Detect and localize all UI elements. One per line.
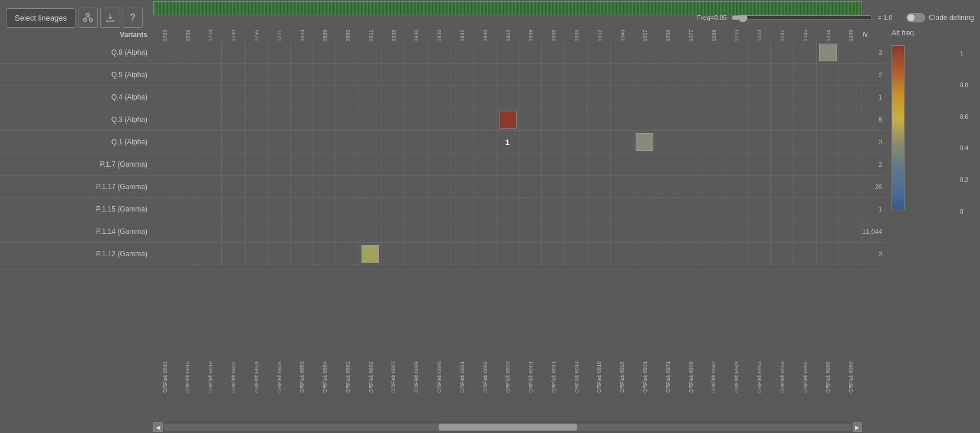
data-cell-2-3[interactable] [222, 86, 245, 108]
data-cell-4-3[interactable] [222, 131, 245, 153]
data-cell-2-27[interactable] [771, 86, 794, 108]
data-cell-4-21[interactable] [633, 131, 656, 153]
data-cell-4-0[interactable] [153, 131, 176, 153]
data-cell-4-9[interactable] [359, 131, 382, 153]
data-cell-6-8[interactable] [336, 176, 359, 197]
data-cell-4-2[interactable] [199, 131, 222, 153]
data-cell-5-19[interactable] [588, 153, 611, 175]
data-cell-1-13[interactable] [450, 64, 473, 85]
data-cell-8-4[interactable] [245, 220, 268, 242]
data-cell-8-1[interactable] [176, 220, 199, 242]
data-cell-5-21[interactable] [633, 153, 656, 175]
data-cell-6-12[interactable] [427, 176, 450, 197]
data-cell-0-1[interactable] [176, 41, 199, 63]
data-cell-0-5[interactable] [268, 41, 291, 63]
data-cell-1-25[interactable] [725, 64, 748, 85]
data-cell-5-14[interactable] [473, 153, 496, 175]
data-cell-9-26[interactable] [748, 243, 771, 265]
data-cell-1-3[interactable] [222, 64, 245, 85]
data-cell-7-27[interactable] [771, 198, 794, 220]
data-cell-5-29[interactable] [817, 153, 840, 175]
data-cell-7-19[interactable] [588, 198, 611, 220]
data-cell-0-0[interactable] [153, 41, 176, 63]
data-cell-8-19[interactable] [588, 220, 611, 242]
data-cell-1-20[interactable] [611, 64, 634, 85]
data-cell-4-16[interactable] [519, 131, 542, 153]
data-cell-9-21[interactable] [633, 243, 656, 265]
data-cell-4-18[interactable] [565, 131, 588, 153]
data-cell-0-17[interactable] [542, 41, 565, 63]
data-cell-0-21[interactable] [633, 41, 656, 63]
data-cell-9-18[interactable] [565, 243, 588, 265]
data-cell-0-11[interactable] [405, 41, 428, 63]
data-cell-6-20[interactable] [611, 176, 634, 197]
data-cell-9-1[interactable] [176, 243, 199, 265]
data-cell-0-4[interactable] [245, 41, 268, 63]
data-cell-3-17[interactable] [542, 108, 565, 130]
data-cell-8-14[interactable] [473, 220, 496, 242]
data-cell-6-14[interactable] [473, 176, 496, 197]
data-cell-3-2[interactable] [199, 108, 222, 130]
data-cell-0-20[interactable] [611, 41, 634, 63]
data-cell-2-9[interactable] [359, 86, 382, 108]
data-cell-6-2[interactable] [199, 176, 222, 197]
data-cell-9-24[interactable] [702, 243, 725, 265]
data-cell-0-8[interactable] [336, 41, 359, 63]
data-cell-7-15[interactable] [496, 198, 519, 220]
data-cell-5-24[interactable] [702, 153, 725, 175]
data-cell-4-7[interactable] [313, 131, 336, 153]
data-cell-5-18[interactable] [565, 153, 588, 175]
data-cell-8-9[interactable] [359, 220, 382, 242]
data-cell-8-5[interactable] [268, 220, 291, 242]
data-cell-1-22[interactable] [656, 64, 679, 85]
data-cell-5-30[interactable] [839, 153, 862, 175]
data-cell-6-27[interactable] [771, 176, 794, 197]
data-cell-8-27[interactable] [771, 220, 794, 242]
data-cell-5-10[interactable] [382, 153, 405, 175]
data-cell-8-30[interactable] [839, 220, 862, 242]
data-cell-2-5[interactable] [268, 86, 291, 108]
data-cell-4-26[interactable] [748, 131, 771, 153]
data-cell-5-13[interactable] [450, 153, 473, 175]
data-cell-8-3[interactable] [222, 220, 245, 242]
data-cell-8-17[interactable] [542, 220, 565, 242]
data-cell-1-16[interactable] [519, 64, 542, 85]
data-cell-5-9[interactable] [359, 153, 382, 175]
data-cell-5-25[interactable] [725, 153, 748, 175]
data-cell-5-16[interactable] [519, 153, 542, 175]
data-cell-4-22[interactable] [656, 131, 679, 153]
data-cell-4-17[interactable] [542, 131, 565, 153]
data-cell-6-0[interactable] [153, 176, 176, 197]
data-cell-5-2[interactable] [199, 153, 222, 175]
data-cell-0-10[interactable] [382, 41, 405, 63]
data-cell-4-15[interactable]: 1 [496, 131, 519, 153]
data-cell-8-26[interactable] [748, 220, 771, 242]
data-cell-4-30[interactable] [839, 131, 862, 153]
data-cell-5-0[interactable] [153, 153, 176, 175]
data-cell-3-30[interactable] [839, 108, 862, 130]
data-cell-8-24[interactable] [702, 220, 725, 242]
data-cell-4-14[interactable] [473, 131, 496, 153]
data-cell-7-1[interactable] [176, 198, 199, 220]
data-cell-3-14[interactable] [473, 108, 496, 130]
data-cell-9-0[interactable] [153, 243, 176, 265]
data-cell-7-18[interactable] [565, 198, 588, 220]
data-cell-2-15[interactable] [496, 86, 519, 108]
data-cell-4-4[interactable] [245, 131, 268, 153]
data-cell-7-20[interactable] [611, 198, 634, 220]
data-cell-9-3[interactable] [222, 243, 245, 265]
data-cell-9-11[interactable] [405, 243, 428, 265]
data-cell-9-20[interactable] [611, 243, 634, 265]
data-cell-5-8[interactable] [336, 153, 359, 175]
data-cell-4-25[interactable] [725, 131, 748, 153]
data-cell-3-20[interactable] [611, 108, 634, 130]
data-cell-4-29[interactable] [817, 131, 840, 153]
data-cell-3-1[interactable] [176, 108, 199, 130]
data-cell-0-3[interactable] [222, 41, 245, 63]
data-cell-0-26[interactable] [748, 41, 771, 63]
data-cell-8-21[interactable] [633, 220, 656, 242]
data-cell-7-16[interactable] [519, 198, 542, 220]
data-cell-3-4[interactable] [245, 108, 268, 130]
data-cell-2-1[interactable] [176, 86, 199, 108]
data-cell-6-26[interactable] [748, 176, 771, 197]
